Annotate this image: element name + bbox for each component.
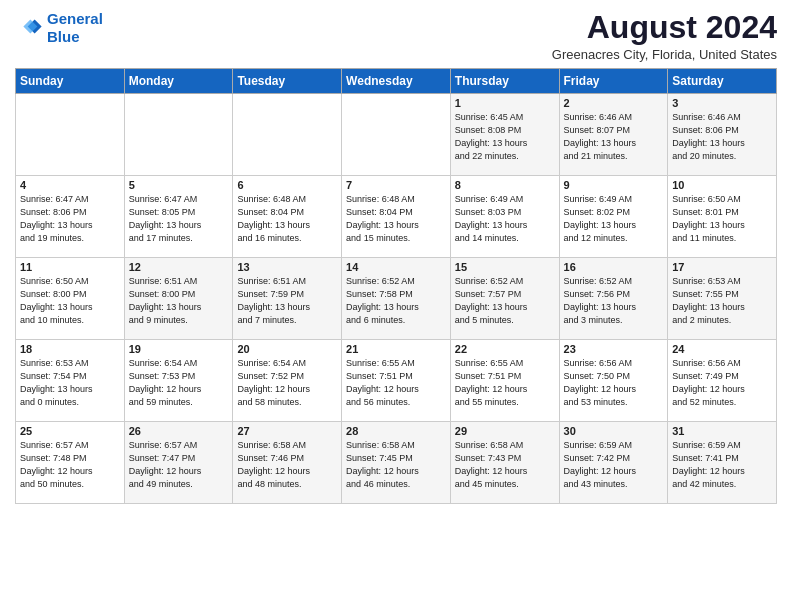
day-number: 1 bbox=[455, 97, 555, 109]
col-thursday: Thursday bbox=[450, 69, 559, 94]
calendar-cell: 5Sunrise: 6:47 AMSunset: 8:05 PMDaylight… bbox=[124, 176, 233, 258]
logo-line1: General bbox=[47, 10, 103, 27]
logo: General Blue bbox=[15, 10, 103, 46]
title-area: August 2024 Greenacres City, Florida, Un… bbox=[552, 10, 777, 62]
day-number: 18 bbox=[20, 343, 120, 355]
day-info: Sunrise: 6:59 AMSunset: 7:42 PMDaylight:… bbox=[564, 439, 664, 491]
calendar-cell: 15Sunrise: 6:52 AMSunset: 7:57 PMDayligh… bbox=[450, 258, 559, 340]
day-info: Sunrise: 6:52 AMSunset: 7:58 PMDaylight:… bbox=[346, 275, 446, 327]
calendar-week-4: 18Sunrise: 6:53 AMSunset: 7:54 PMDayligh… bbox=[16, 340, 777, 422]
col-saturday: Saturday bbox=[668, 69, 777, 94]
day-info: Sunrise: 6:52 AMSunset: 7:56 PMDaylight:… bbox=[564, 275, 664, 327]
calendar-cell: 27Sunrise: 6:58 AMSunset: 7:46 PMDayligh… bbox=[233, 422, 342, 504]
calendar-cell: 18Sunrise: 6:53 AMSunset: 7:54 PMDayligh… bbox=[16, 340, 125, 422]
calendar-cell: 31Sunrise: 6:59 AMSunset: 7:41 PMDayligh… bbox=[668, 422, 777, 504]
day-info: Sunrise: 6:47 AMSunset: 8:06 PMDaylight:… bbox=[20, 193, 120, 245]
day-info: Sunrise: 6:50 AMSunset: 8:01 PMDaylight:… bbox=[672, 193, 772, 245]
day-number: 6 bbox=[237, 179, 337, 191]
calendar-cell bbox=[16, 94, 125, 176]
day-info: Sunrise: 6:47 AMSunset: 8:05 PMDaylight:… bbox=[129, 193, 229, 245]
col-sunday: Sunday bbox=[16, 69, 125, 94]
logo-icon bbox=[15, 14, 43, 42]
day-number: 14 bbox=[346, 261, 446, 273]
calendar-cell: 23Sunrise: 6:56 AMSunset: 7:50 PMDayligh… bbox=[559, 340, 668, 422]
day-info: Sunrise: 6:54 AMSunset: 7:53 PMDaylight:… bbox=[129, 357, 229, 409]
calendar-cell: 14Sunrise: 6:52 AMSunset: 7:58 PMDayligh… bbox=[342, 258, 451, 340]
day-info: Sunrise: 6:46 AMSunset: 8:06 PMDaylight:… bbox=[672, 111, 772, 163]
calendar-cell: 16Sunrise: 6:52 AMSunset: 7:56 PMDayligh… bbox=[559, 258, 668, 340]
day-number: 26 bbox=[129, 425, 229, 437]
calendar-cell: 9Sunrise: 6:49 AMSunset: 8:02 PMDaylight… bbox=[559, 176, 668, 258]
calendar-cell: 20Sunrise: 6:54 AMSunset: 7:52 PMDayligh… bbox=[233, 340, 342, 422]
day-number: 11 bbox=[20, 261, 120, 273]
calendar-cell: 10Sunrise: 6:50 AMSunset: 8:01 PMDayligh… bbox=[668, 176, 777, 258]
calendar-cell: 17Sunrise: 6:53 AMSunset: 7:55 PMDayligh… bbox=[668, 258, 777, 340]
calendar-cell: 7Sunrise: 6:48 AMSunset: 8:04 PMDaylight… bbox=[342, 176, 451, 258]
day-number: 23 bbox=[564, 343, 664, 355]
calendar-cell: 12Sunrise: 6:51 AMSunset: 8:00 PMDayligh… bbox=[124, 258, 233, 340]
day-number: 17 bbox=[672, 261, 772, 273]
day-info: Sunrise: 6:57 AMSunset: 7:47 PMDaylight:… bbox=[129, 439, 229, 491]
day-number: 13 bbox=[237, 261, 337, 273]
day-number: 21 bbox=[346, 343, 446, 355]
day-info: Sunrise: 6:50 AMSunset: 8:00 PMDaylight:… bbox=[20, 275, 120, 327]
day-number: 27 bbox=[237, 425, 337, 437]
day-info: Sunrise: 6:48 AMSunset: 8:04 PMDaylight:… bbox=[346, 193, 446, 245]
calendar-cell: 6Sunrise: 6:48 AMSunset: 8:04 PMDaylight… bbox=[233, 176, 342, 258]
day-info: Sunrise: 6:55 AMSunset: 7:51 PMDaylight:… bbox=[455, 357, 555, 409]
calendar-table: Sunday Monday Tuesday Wednesday Thursday… bbox=[15, 68, 777, 504]
day-number: 5 bbox=[129, 179, 229, 191]
day-number: 3 bbox=[672, 97, 772, 109]
calendar-cell bbox=[233, 94, 342, 176]
day-info: Sunrise: 6:51 AMSunset: 8:00 PMDaylight:… bbox=[129, 275, 229, 327]
calendar-cell bbox=[342, 94, 451, 176]
day-number: 24 bbox=[672, 343, 772, 355]
day-info: Sunrise: 6:53 AMSunset: 7:55 PMDaylight:… bbox=[672, 275, 772, 327]
calendar-cell: 1Sunrise: 6:45 AMSunset: 8:08 PMDaylight… bbox=[450, 94, 559, 176]
calendar-cell: 3Sunrise: 6:46 AMSunset: 8:06 PMDaylight… bbox=[668, 94, 777, 176]
calendar-cell: 19Sunrise: 6:54 AMSunset: 7:53 PMDayligh… bbox=[124, 340, 233, 422]
col-wednesday: Wednesday bbox=[342, 69, 451, 94]
day-info: Sunrise: 6:59 AMSunset: 7:41 PMDaylight:… bbox=[672, 439, 772, 491]
day-number: 25 bbox=[20, 425, 120, 437]
day-number: 19 bbox=[129, 343, 229, 355]
calendar-week-3: 11Sunrise: 6:50 AMSunset: 8:00 PMDayligh… bbox=[16, 258, 777, 340]
header: General Blue August 2024 Greenacres City… bbox=[15, 10, 777, 62]
day-number: 30 bbox=[564, 425, 664, 437]
day-number: 16 bbox=[564, 261, 664, 273]
day-info: Sunrise: 6:56 AMSunset: 7:49 PMDaylight:… bbox=[672, 357, 772, 409]
day-info: Sunrise: 6:54 AMSunset: 7:52 PMDaylight:… bbox=[237, 357, 337, 409]
page: General Blue August 2024 Greenacres City… bbox=[0, 0, 792, 514]
calendar-cell: 30Sunrise: 6:59 AMSunset: 7:42 PMDayligh… bbox=[559, 422, 668, 504]
logo-line2: Blue bbox=[47, 28, 80, 45]
day-number: 28 bbox=[346, 425, 446, 437]
day-info: Sunrise: 6:58 AMSunset: 7:45 PMDaylight:… bbox=[346, 439, 446, 491]
logo-text: General Blue bbox=[47, 10, 103, 46]
day-number: 22 bbox=[455, 343, 555, 355]
day-number: 29 bbox=[455, 425, 555, 437]
day-number: 15 bbox=[455, 261, 555, 273]
day-number: 4 bbox=[20, 179, 120, 191]
day-info: Sunrise: 6:48 AMSunset: 8:04 PMDaylight:… bbox=[237, 193, 337, 245]
col-monday: Monday bbox=[124, 69, 233, 94]
col-friday: Friday bbox=[559, 69, 668, 94]
day-number: 2 bbox=[564, 97, 664, 109]
day-info: Sunrise: 6:58 AMSunset: 7:46 PMDaylight:… bbox=[237, 439, 337, 491]
calendar-cell: 21Sunrise: 6:55 AMSunset: 7:51 PMDayligh… bbox=[342, 340, 451, 422]
location: Greenacres City, Florida, United States bbox=[552, 47, 777, 62]
calendar-cell: 28Sunrise: 6:58 AMSunset: 7:45 PMDayligh… bbox=[342, 422, 451, 504]
day-number: 10 bbox=[672, 179, 772, 191]
day-number: 20 bbox=[237, 343, 337, 355]
calendar-cell bbox=[124, 94, 233, 176]
calendar-week-2: 4Sunrise: 6:47 AMSunset: 8:06 PMDaylight… bbox=[16, 176, 777, 258]
day-info: Sunrise: 6:51 AMSunset: 7:59 PMDaylight:… bbox=[237, 275, 337, 327]
calendar-cell: 8Sunrise: 6:49 AMSunset: 8:03 PMDaylight… bbox=[450, 176, 559, 258]
calendar-week-1: 1Sunrise: 6:45 AMSunset: 8:08 PMDaylight… bbox=[16, 94, 777, 176]
day-number: 7 bbox=[346, 179, 446, 191]
header-row: Sunday Monday Tuesday Wednesday Thursday… bbox=[16, 69, 777, 94]
day-info: Sunrise: 6:52 AMSunset: 7:57 PMDaylight:… bbox=[455, 275, 555, 327]
calendar-cell: 25Sunrise: 6:57 AMSunset: 7:48 PMDayligh… bbox=[16, 422, 125, 504]
day-info: Sunrise: 6:58 AMSunset: 7:43 PMDaylight:… bbox=[455, 439, 555, 491]
col-tuesday: Tuesday bbox=[233, 69, 342, 94]
calendar-cell: 13Sunrise: 6:51 AMSunset: 7:59 PMDayligh… bbox=[233, 258, 342, 340]
